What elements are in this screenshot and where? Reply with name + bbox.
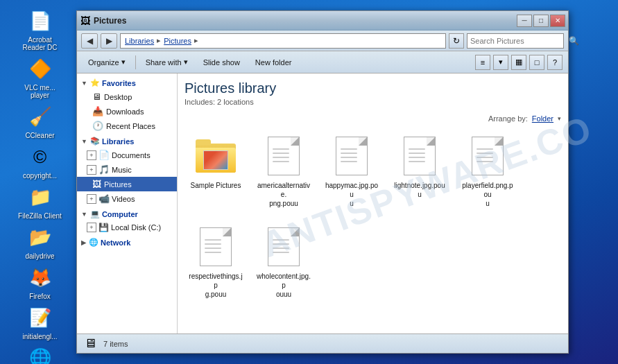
file-item-sample-pictures[interactable]: Sample Pictures bbox=[184, 128, 247, 214]
search-input[interactable] bbox=[470, 37, 566, 45]
desktop-icon-initialengl[interactable]: 📝 initialengl... bbox=[16, 304, 65, 340]
localdisk-expand-icon[interactable]: + bbox=[87, 223, 96, 232]
arrange-dropdown-arrow[interactable]: ▾ bbox=[558, 115, 561, 122]
search-box[interactable]: 🔍 bbox=[467, 33, 564, 49]
filezilla-icon-img: 📁 bbox=[26, 183, 54, 211]
desktop-icon-copyright[interactable]: © copyright... bbox=[16, 143, 65, 180]
status-computer-icon: 🖥 bbox=[84, 336, 96, 351]
documents-folder-icon: 📄 bbox=[98, 150, 110, 160]
music-expand-icon[interactable]: + bbox=[87, 165, 96, 175]
sidebar-item-music[interactable]: + 🎵 Music bbox=[77, 162, 177, 177]
videos-folder-icon: 📹 bbox=[98, 193, 110, 204]
desktop-icon-container: 📄 AcrobatReader DC 🔶 VLC me...player 🧹 C… bbox=[0, 0, 80, 364]
sidebar-item-recent[interactable]: 🕐 Recent Places bbox=[77, 119, 177, 133]
address-field[interactable]: Libraries ▸ Pictures ▸ bbox=[120, 33, 446, 49]
desktop-icon-firefox[interactable]: 🦊 Firefox bbox=[16, 263, 65, 300]
help-button[interactable]: ? bbox=[547, 55, 563, 70]
file-item-playerfield[interactable]: playerfield.png.pouu bbox=[456, 128, 519, 214]
sidebar-item-downloads[interactable]: 📥 Downloads bbox=[77, 104, 177, 119]
close-button[interactable]: ✕ bbox=[550, 15, 565, 27]
sidebar-item-pictures[interactable]: 🖼 Pictures bbox=[77, 177, 177, 191]
new-folder-button[interactable]: New folder bbox=[250, 54, 298, 71]
firefox-icon-img: 🦊 bbox=[26, 263, 54, 291]
file-label-wholecontent: wholecontent.jpg.pouuu bbox=[257, 272, 311, 299]
desktop-icon-chrome[interactable]: 🌐 GoogleChrome bbox=[16, 344, 65, 364]
subtitle-includes: Includes: bbox=[184, 98, 215, 106]
content-subtitle: Includes: 2 locations bbox=[184, 98, 561, 106]
music-folder-icon: 🎵 bbox=[98, 164, 110, 175]
share-with-button[interactable]: Share with ▾ bbox=[140, 54, 194, 71]
sidebar-header-favorites[interactable]: ▼ ⭐ Favorites bbox=[77, 76, 177, 89]
sidebar: ▼ ⭐ Favorites 🖥 Desktop 📥 Downloads 🕐 bbox=[77, 73, 178, 333]
toolbar: Organize ▾ Share with ▾ Slide show New f… bbox=[77, 51, 568, 73]
desktop-icon-filezilla[interactable]: 📁 FileZilla Client bbox=[16, 183, 65, 220]
maximize-button[interactable]: □ bbox=[533, 15, 549, 27]
breadcrumb-libraries[interactable]: Libraries bbox=[125, 37, 154, 45]
sidebar-header-computer[interactable]: ▼ 💻 Computer bbox=[77, 207, 177, 220]
organize-arrow: ▾ bbox=[121, 58, 126, 67]
file-item-wholecontent[interactable]: wholecontent.jpg.pouuu bbox=[252, 219, 315, 304]
minimize-button[interactable]: ─ bbox=[517, 15, 532, 27]
firefox-icon-label: Firefox bbox=[29, 293, 51, 300]
libraries-icon: 📚 bbox=[90, 137, 100, 146]
doc-lines bbox=[409, 148, 425, 162]
filezilla-icon-label: FileZilla Client bbox=[18, 212, 62, 220]
doc-shape bbox=[200, 227, 232, 266]
sidebar-item-desktop[interactable]: 🖥 Desktop bbox=[77, 89, 177, 104]
doc-icon-americaalternative bbox=[261, 134, 306, 178]
desktop-icon-acrobat[interactable]: 📄 AcrobatReader DC bbox=[16, 7, 65, 51]
downloads-icon: 📥 bbox=[92, 106, 103, 116]
arrange-by-value[interactable]: Folder bbox=[532, 114, 553, 123]
doc-shape bbox=[336, 137, 368, 175]
sidebar-item-documents[interactable]: + 📄 Documents bbox=[77, 148, 177, 162]
documents-expand-icon[interactable]: + bbox=[87, 150, 96, 160]
main-area: ▼ ⭐ Favorites 🖥 Desktop 📥 Downloads 🕐 bbox=[77, 73, 568, 333]
refresh-button[interactable]: ↻ bbox=[449, 33, 464, 49]
file-item-happymac[interactable]: happymac.jpg.pouu bbox=[320, 128, 383, 214]
toolbar-separator-1 bbox=[135, 55, 136, 69]
doc-icon-playerfield bbox=[465, 134, 510, 178]
network-expand-icon: ▶ bbox=[81, 239, 86, 246]
sidebar-header-network[interactable]: ▶ 🌐 Network bbox=[77, 236, 177, 249]
file-label-americaalternative: americaalternative.png.pouu bbox=[257, 181, 311, 208]
forward-button[interactable]: ▶ bbox=[101, 33, 117, 49]
desktop-icon-ccleaner[interactable]: 🧹 CCleaner bbox=[16, 103, 65, 139]
sidebar-recent-label: Recent Places bbox=[106, 122, 155, 130]
doc-icon-lightnote bbox=[397, 134, 442, 178]
folder-shape bbox=[196, 139, 236, 173]
computer-expand-icon: ▼ bbox=[81, 211, 87, 218]
view-large-button[interactable]: ▦ bbox=[511, 55, 526, 70]
file-item-lightnote[interactable]: lightnote.jpg.pouu bbox=[388, 128, 451, 214]
file-grid: Sample Pictures bbox=[184, 128, 561, 304]
vlc-icon-img: 🔶 bbox=[26, 55, 54, 83]
view-details-button[interactable]: □ bbox=[529, 55, 544, 70]
computer-icon: 💻 bbox=[90, 209, 100, 218]
localdisk-icon: 💾 bbox=[98, 223, 109, 232]
doc-lines bbox=[477, 148, 493, 162]
view-dropdown-button[interactable]: ▾ bbox=[493, 55, 508, 70]
back-button[interactable]: ◀ bbox=[81, 33, 98, 49]
videos-expand-icon[interactable]: + bbox=[87, 194, 96, 204]
slideshow-label: Slide show bbox=[203, 58, 240, 67]
view-list-button[interactable]: ≡ bbox=[475, 55, 490, 70]
desktop-icon-dailydrive[interactable]: 📂 dailydrive bbox=[16, 223, 65, 260]
pictures-icon: 🖼 bbox=[92, 179, 101, 189]
file-item-respectivethings[interactable]: respectivethings.jpg.pouu bbox=[184, 219, 247, 304]
initialengl-icon-img: 📝 bbox=[26, 304, 54, 331]
doc-shape bbox=[472, 137, 504, 175]
status-item-count: 7 items bbox=[103, 340, 128, 348]
desktop-icon-vlc[interactable]: 🔶 VLC me...player bbox=[16, 55, 65, 99]
content-pane: Pictures library Includes: 2 locations A… bbox=[178, 73, 568, 333]
share-with-arrow: ▾ bbox=[184, 58, 188, 67]
breadcrumb-pictures[interactable]: Pictures bbox=[164, 37, 191, 45]
file-item-americaalternative[interactable]: americaalternative.png.pouu bbox=[252, 128, 315, 214]
address-breadcrumb: Libraries ▸ Pictures ▸ bbox=[125, 36, 200, 45]
slideshow-button[interactable]: Slide show bbox=[198, 54, 246, 71]
vlc-icon-label: VLC me...player bbox=[24, 84, 55, 99]
sidebar-section-favorites: ▼ ⭐ Favorites 🖥 Desktop 📥 Downloads 🕐 bbox=[77, 76, 177, 133]
file-label-playerfield: playerfield.png.pouu bbox=[461, 181, 515, 208]
sidebar-header-libraries[interactable]: ▼ 📚 Libraries bbox=[77, 135, 177, 148]
sidebar-item-localdisk[interactable]: + 💾 Local Disk (C:) bbox=[77, 220, 177, 234]
sidebar-item-videos[interactable]: + 📹 Videos bbox=[77, 191, 177, 206]
organize-button[interactable]: Organize ▾ bbox=[83, 54, 131, 71]
